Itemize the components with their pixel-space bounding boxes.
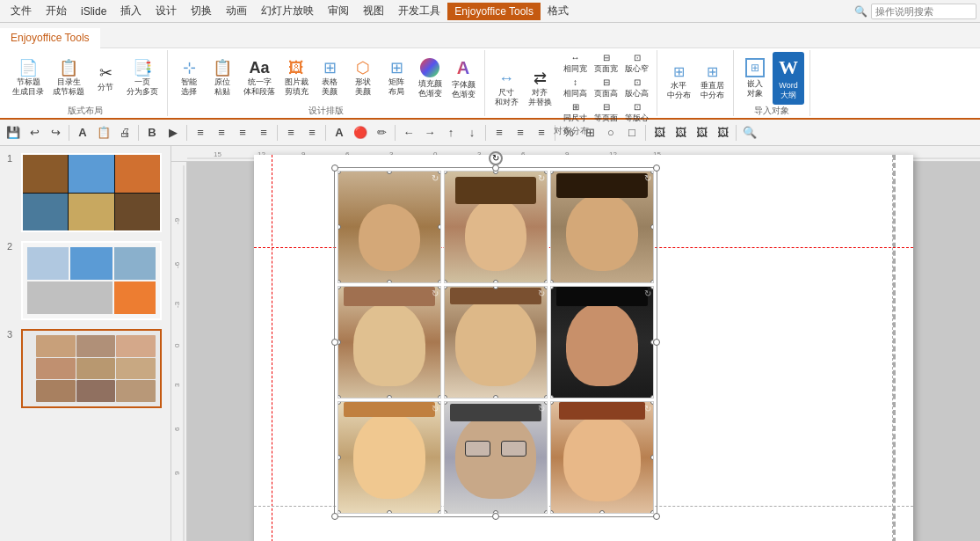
tb-justify[interactable]: ≡ xyxy=(254,123,273,143)
btn-origin-paste[interactable]: 📋 原位粘贴 xyxy=(207,52,238,105)
menu-file[interactable]: 文件 xyxy=(4,1,39,21)
btn-same-width[interactable]: ↔ 相同宽 xyxy=(561,52,590,76)
btn-matrix-layout[interactable]: ⊞ 矩阵布局 xyxy=(381,52,412,105)
btn-fill-gradient[interactable]: 填充颜色渐变 xyxy=(414,52,446,105)
h-1-1-bl[interactable] xyxy=(444,395,447,398)
slide-item-1[interactable]: 1 xyxy=(7,153,163,232)
h-2-0-br[interactable] xyxy=(438,510,441,514)
slide-canvas[interactable]: ↻ ↻ xyxy=(187,162,980,541)
h-0-2-bl[interactable] xyxy=(550,280,554,283)
tb-play[interactable]: ▶ xyxy=(163,123,183,143)
menu-slideshow[interactable]: 幻灯片放映 xyxy=(254,1,321,21)
tb-list1[interactable]: ≡ xyxy=(281,123,301,143)
rotate-icon-0-1[interactable]: ↻ xyxy=(538,173,545,183)
h-1-1-tm[interactable] xyxy=(493,286,498,289)
slide-item-2[interactable]: 2 xyxy=(7,241,163,320)
btn-font-gradient[interactable]: A 字体颜色渐变 xyxy=(447,52,479,105)
h-2-1-bm[interactable] xyxy=(493,510,498,514)
tb-align-left[interactable]: ≡ xyxy=(191,123,210,143)
btn-margin-high[interactable]: ⊡ 版心高 xyxy=(622,77,651,100)
menu-start[interactable]: 开始 xyxy=(39,1,74,21)
h-2-0-tr[interactable] xyxy=(438,401,441,405)
tb-pen[interactable]: ✏ xyxy=(372,123,391,143)
slide-thumb-1[interactable] xyxy=(21,153,162,232)
h-0-2-tl[interactable] xyxy=(550,171,554,174)
h-1-1-tl[interactable] xyxy=(444,286,447,289)
btn-embed-object[interactable]: ⊞ 嵌入对象 xyxy=(739,52,771,105)
tb-square[interactable]: □ xyxy=(622,123,642,143)
menu-animation[interactable]: 动画 xyxy=(219,1,254,21)
btn-same-height[interactable]: ↕ 相同高 xyxy=(561,77,590,100)
h-1-0-br[interactable] xyxy=(438,395,441,398)
btn-page-height[interactable]: ⊟ 页面高 xyxy=(592,77,621,100)
h-2-0-bm[interactable] xyxy=(387,510,392,514)
btn-split-page[interactable]: 📑 一页分为多页 xyxy=(123,52,162,105)
tb-undo[interactable]: ↩ xyxy=(25,123,44,143)
h-0-0-br[interactable] xyxy=(438,280,441,283)
h-1-1-br[interactable] xyxy=(544,395,548,398)
menu-insert[interactable]: 插入 xyxy=(113,1,149,21)
handle-mr[interactable] xyxy=(653,339,660,346)
h-2-1-tr[interactable] xyxy=(544,401,548,405)
photo-cell-1-0[interactable]: ↻ xyxy=(338,286,441,398)
menu-devtools[interactable]: 开发工具 xyxy=(391,1,447,21)
h-0-0-tm[interactable] xyxy=(387,171,392,174)
h-1-0-tr[interactable] xyxy=(438,286,441,289)
h-2-2-tl[interactable] xyxy=(550,401,554,405)
h-2-1-tl[interactable] xyxy=(444,401,447,405)
slide-item-3[interactable]: 3 xyxy=(7,329,163,408)
tb-move-left[interactable]: ← xyxy=(399,123,418,143)
h-1-2-tl[interactable] xyxy=(550,286,554,289)
btn-img-clip[interactable]: 🖼 图片裁剪填充 xyxy=(280,52,312,105)
h-0-1-bm[interactable] xyxy=(493,280,498,283)
tb-font-color[interactable]: A xyxy=(330,123,349,143)
h-1-2-br[interactable] xyxy=(650,395,654,398)
slide-thumb-3[interactable] xyxy=(21,329,162,408)
h-2-1-br[interactable] xyxy=(544,510,548,514)
handle-bl[interactable] xyxy=(331,513,338,520)
h-2-0-tl[interactable] xyxy=(338,401,341,405)
h-1-0-ml[interactable] xyxy=(338,340,341,345)
tb-move-down[interactable]: ↓ xyxy=(462,123,482,143)
menu-view[interactable]: 视图 xyxy=(356,1,391,21)
h-0-0-ml[interactable] xyxy=(338,224,341,230)
btn-margin-narrow[interactable]: ⊡ 版心窄 xyxy=(622,52,651,76)
tb-bullet-list[interactable]: ≡ xyxy=(511,123,530,143)
menu-switch[interactable]: 切换 xyxy=(184,1,219,21)
h-0-0-tl[interactable] xyxy=(338,171,341,174)
h-0-0-bm[interactable] xyxy=(387,280,392,283)
h-0-1-tr[interactable] xyxy=(544,171,548,174)
rotate-icon-2-2[interactable]: ↻ xyxy=(644,404,651,413)
rotate-handle-main[interactable]: ↻ xyxy=(489,151,503,165)
btn-toc[interactable]: 📋 目录生成节标题 xyxy=(49,52,88,105)
h-1-0-bl[interactable] xyxy=(338,395,341,398)
slide-thumb-2[interactable] xyxy=(21,241,162,320)
btn-h-distribute[interactable]: ⊞ 水平中分布 xyxy=(663,56,694,109)
h-0-2-mr[interactable] xyxy=(650,224,654,230)
handle-br[interactable] xyxy=(653,513,660,520)
h-0-1-tm[interactable] xyxy=(493,171,498,174)
tb-img2[interactable]: 🖼 xyxy=(671,123,690,143)
rotate-icon-0-0[interactable]: ↻ xyxy=(432,173,439,183)
photo-cell-2-2[interactable]: ↻ xyxy=(550,401,654,514)
search-input[interactable] xyxy=(871,4,976,19)
slide-page[interactable]: ↻ ↻ xyxy=(254,155,913,542)
tb-move-up[interactable]: ↑ xyxy=(441,123,461,143)
h-2-2-mr[interactable] xyxy=(650,455,654,460)
tb-font[interactable]: A xyxy=(73,123,92,143)
btn-equal-margin[interactable]: ⊡ 等版心 xyxy=(622,101,651,125)
tb-indent[interactable]: ≡ xyxy=(532,123,551,143)
h-2-1-bl[interactable] xyxy=(444,510,447,514)
tb-zoom[interactable]: 🔍 xyxy=(740,123,759,143)
photo-cell-0-0[interactable]: ↻ xyxy=(338,171,441,283)
menu-islide[interactable]: iSlide xyxy=(74,3,113,20)
h-2-0-ml[interactable] xyxy=(338,455,341,460)
h-0-0-mr[interactable] xyxy=(438,224,441,230)
btn-node-title[interactable]: 📄 节标题生成目录 xyxy=(9,52,47,105)
h-0-0-tr[interactable] xyxy=(438,171,441,174)
btn-section[interactable]: ✂ 分节 xyxy=(90,52,121,105)
menu-format[interactable]: 格式 xyxy=(541,1,576,21)
photo-cell-2-0[interactable]: ↻ xyxy=(338,401,441,514)
tb-img4[interactable]: 🖼 xyxy=(713,123,732,143)
tb-highlight[interactable]: 🔴 xyxy=(351,123,370,143)
